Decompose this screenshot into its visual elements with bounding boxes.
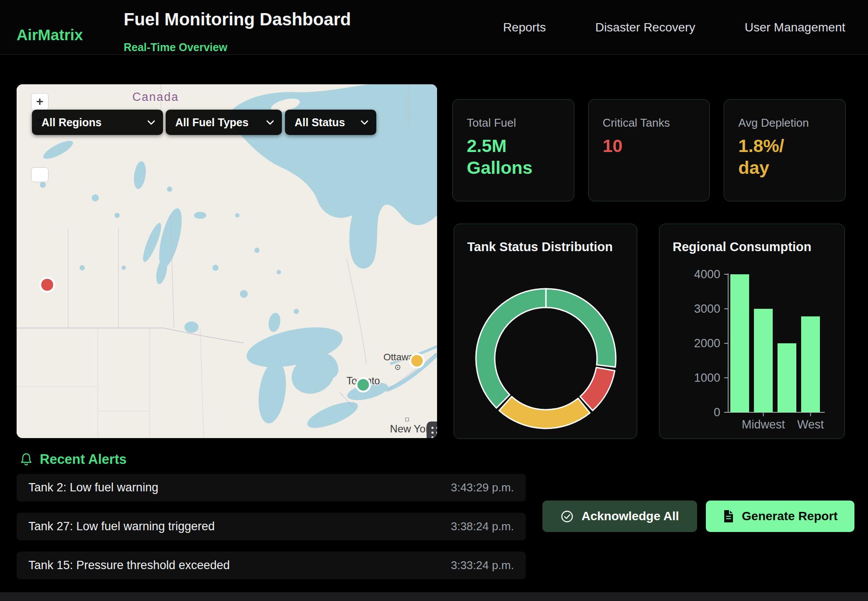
stat-label: Total Fuel: [467, 116, 560, 130]
alert-time: 3:38:24 p.m.: [451, 520, 514, 533]
alert-message: Tank 2: Low fuel warning: [28, 481, 158, 494]
bottom-bar: [0, 592, 868, 601]
svg-text:Midwest: Midwest: [742, 418, 785, 431]
chevron-down-icon: [361, 120, 368, 125]
bell-icon: [20, 452, 33, 466]
tank-marker-warning[interactable]: [410, 354, 424, 368]
stat-value: 1.8%/day: [738, 135, 831, 179]
chevron-down-icon: [266, 120, 274, 125]
generate-report-button[interactable]: Generate Report: [706, 501, 854, 532]
page-title: Fuel Monitoring Dashboard: [124, 10, 351, 29]
tank-marker-normal[interactable]: [357, 378, 370, 392]
stat-card-total-fuel: Total Fuel 2.5MGallons: [452, 99, 574, 201]
alert-row[interactable]: Tank 27: Low fuel warning triggered 3:38…: [17, 513, 526, 540]
chevron-down-icon: [147, 120, 155, 125]
svg-text:4000: 4000: [694, 268, 720, 281]
alert-row[interactable]: Tank 15: Pressure threshold exceeded 3:3…: [17, 552, 526, 579]
stat-card-critical-tanks: Critical Tanks 10: [588, 99, 710, 201]
svg-text:0: 0: [714, 406, 720, 419]
region-filter-value: All Regions: [42, 116, 102, 129]
alerts-title: Recent Alerts: [40, 452, 127, 467]
regional-consumption-card: Regional Consumption 01000200030004000Mi…: [659, 224, 845, 439]
nav-disaster-recovery[interactable]: Disaster Recovery: [595, 21, 695, 35]
region-filter-select[interactable]: All Regions: [32, 110, 163, 135]
alert-message: Tank 27: Low fuel warning triggered: [28, 520, 215, 533]
svg-text:1000: 1000: [694, 371, 720, 384]
stat-value: 2.5MGallons: [467, 135, 560, 179]
generate-report-label: Generate Report: [742, 509, 837, 523]
map-resize-handle[interactable]: [427, 421, 437, 438]
nav-user-management[interactable]: User Management: [745, 21, 845, 35]
grip-dots-icon: [431, 427, 437, 438]
page-subtitle: Real-Time Overview: [124, 41, 227, 54]
tank-status-card: Tank Status Distribution: [454, 224, 637, 439]
map-canvas[interactable]: Canada Ottawa Toronto New York: [17, 84, 437, 438]
country-label: Canada: [132, 90, 179, 104]
tank-map-panel: Canada Ottawa Toronto New York + − All R…: [17, 84, 437, 438]
stat-cards: Total Fuel 2.5MGallons Critical Tanks 10…: [452, 99, 846, 201]
status-filter-select[interactable]: All Status: [285, 110, 376, 135]
map-control-partial[interactable]: [31, 167, 49, 182]
main-nav: Reports Disaster Recovery User Managemen…: [503, 0, 845, 55]
check-circle-icon: [560, 510, 574, 523]
fuel-type-filter-select[interactable]: All Fuel Types: [166, 110, 282, 135]
brand-logo: AirMatrix: [17, 26, 83, 44]
nav-reports[interactable]: Reports: [503, 21, 546, 35]
alert-time: 3:33:24 p.m.: [451, 559, 514, 572]
status-filter-value: All Status: [295, 116, 345, 129]
regional-consumption-bar-chart: 01000200030004000MidwestWest: [660, 224, 845, 439]
svg-text:2000: 2000: [694, 337, 720, 350]
svg-text:3000: 3000: [694, 302, 720, 315]
donut-chart-title: Tank Status Distribution: [467, 240, 613, 254]
zoom-in-button[interactable]: +: [31, 93, 49, 111]
alert-time: 3:43:29 p.m.: [451, 481, 514, 494]
acknowledge-all-label: Acknowledge All: [581, 509, 679, 523]
svg-text:West: West: [797, 418, 824, 431]
stat-value: 10: [603, 135, 696, 157]
acknowledge-all-button[interactable]: Acknowledge All: [542, 501, 697, 532]
fuel-type-filter-value: All Fuel Types: [175, 116, 249, 129]
fuel-monitoring-dashboard: AirMatrix Fuel Monitoring Dashboard Real…: [0, 0, 868, 601]
tank-marker-critical[interactable]: [40, 278, 54, 292]
tank-status-donut-chart: [472, 285, 619, 432]
stat-label: Critical Tanks: [603, 116, 696, 130]
app-header: AirMatrix Fuel Monitoring Dashboard Real…: [0, 0, 868, 55]
stat-card-avg-depletion: Avg Depletion 1.8%/day: [724, 99, 846, 201]
alert-row[interactable]: Tank 2: Low fuel warning 3:43:29 p.m.: [17, 474, 526, 501]
stat-label: Avg Depletion: [738, 116, 831, 130]
document-icon: [722, 509, 734, 523]
alert-message: Tank 15: Pressure threshold exceeded: [28, 559, 230, 572]
alerts-header: Recent Alerts: [20, 452, 127, 467]
